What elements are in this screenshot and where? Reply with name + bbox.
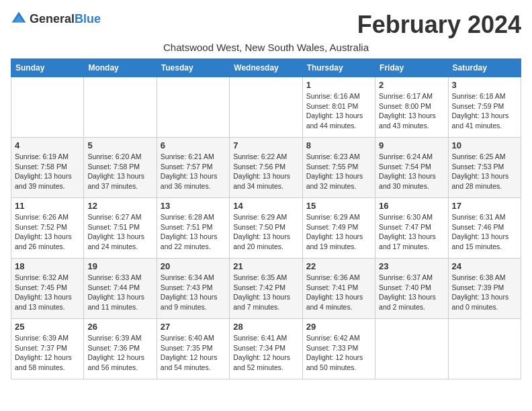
day-number: 25 xyxy=(15,322,80,332)
weekday-header: Thursday xyxy=(302,59,375,77)
calendar-cell xyxy=(375,319,448,379)
calendar-week-row: 1Sunrise: 6:16 AM Sunset: 8:01 PM Daylig… xyxy=(11,77,521,138)
calendar-cell: 18Sunrise: 6:32 AM Sunset: 7:45 PM Dayli… xyxy=(11,259,84,319)
calendar-cell xyxy=(11,77,84,138)
calendar-cell: 8Sunrise: 6:23 AM Sunset: 7:55 PM Daylig… xyxy=(302,138,375,198)
calendar-cell: 23Sunrise: 6:37 AM Sunset: 7:40 PM Dayli… xyxy=(375,259,448,319)
day-number: 27 xyxy=(161,322,226,332)
day-number: 6 xyxy=(161,140,226,150)
day-info: Sunrise: 6:39 AM Sunset: 7:36 PM Dayligh… xyxy=(87,333,152,373)
calendar-cell: 5Sunrise: 6:20 AM Sunset: 7:58 PM Daylig… xyxy=(84,138,157,198)
calendar-cell: 7Sunrise: 6:22 AM Sunset: 7:56 PM Daylig… xyxy=(230,138,302,198)
day-number: 23 xyxy=(379,261,444,271)
day-info: Sunrise: 6:26 AM Sunset: 7:52 PM Dayligh… xyxy=(15,212,80,252)
day-info: Sunrise: 6:35 AM Sunset: 7:42 PM Dayligh… xyxy=(233,273,298,312)
calendar-cell: 28Sunrise: 6:41 AM Sunset: 7:34 PM Dayli… xyxy=(230,319,302,379)
month-title: February 2024 xyxy=(357,11,521,39)
calendar-cell: 27Sunrise: 6:40 AM Sunset: 7:35 PM Dayli… xyxy=(157,319,229,379)
calendar-cell: 2Sunrise: 6:17 AM Sunset: 8:00 PM Daylig… xyxy=(375,77,448,138)
day-info: Sunrise: 6:31 AM Sunset: 7:46 PM Dayligh… xyxy=(452,212,517,252)
calendar-cell: 3Sunrise: 6:18 AM Sunset: 7:59 PM Daylig… xyxy=(448,77,521,138)
day-info: Sunrise: 6:32 AM Sunset: 7:45 PM Dayligh… xyxy=(15,273,80,312)
day-info: Sunrise: 6:17 AM Sunset: 8:00 PM Dayligh… xyxy=(379,91,444,131)
day-number: 19 xyxy=(87,261,152,271)
calendar-cell xyxy=(230,77,302,138)
day-number: 3 xyxy=(452,80,517,90)
day-info: Sunrise: 6:23 AM Sunset: 7:55 PM Dayligh… xyxy=(306,152,371,191)
day-info: Sunrise: 6:42 AM Sunset: 7:33 PM Dayligh… xyxy=(306,333,371,373)
calendar-cell: 25Sunrise: 6:39 AM Sunset: 7:37 PM Dayli… xyxy=(11,319,84,379)
calendar-cell: 9Sunrise: 6:24 AM Sunset: 7:54 PM Daylig… xyxy=(375,138,448,198)
day-number: 13 xyxy=(161,201,226,211)
day-info: Sunrise: 6:19 AM Sunset: 7:58 PM Dayligh… xyxy=(15,152,80,191)
calendar-table: SundayMondayTuesdayWednesdayThursdayFrid… xyxy=(11,58,521,379)
calendar-cell: 16Sunrise: 6:30 AM Sunset: 7:47 PM Dayli… xyxy=(375,198,448,259)
day-info: Sunrise: 6:18 AM Sunset: 7:59 PM Dayligh… xyxy=(452,91,517,131)
calendar-cell: 20Sunrise: 6:34 AM Sunset: 7:43 PM Dayli… xyxy=(157,259,229,319)
day-number: 5 xyxy=(87,140,152,150)
day-number: 9 xyxy=(379,140,444,150)
calendar-cell: 15Sunrise: 6:29 AM Sunset: 7:49 PM Dayli… xyxy=(302,198,375,259)
day-info: Sunrise: 6:41 AM Sunset: 7:34 PM Dayligh… xyxy=(233,333,298,373)
weekday-header: Saturday xyxy=(448,59,521,77)
day-info: Sunrise: 6:22 AM Sunset: 7:56 PM Dayligh… xyxy=(233,152,298,191)
calendar-cell: 14Sunrise: 6:29 AM Sunset: 7:50 PM Dayli… xyxy=(230,198,302,259)
day-info: Sunrise: 6:36 AM Sunset: 7:41 PM Dayligh… xyxy=(306,273,371,312)
calendar-cell: 24Sunrise: 6:38 AM Sunset: 7:39 PM Dayli… xyxy=(448,259,521,319)
calendar-cell: 21Sunrise: 6:35 AM Sunset: 7:42 PM Dayli… xyxy=(230,259,302,319)
day-number: 28 xyxy=(233,322,298,332)
calendar-cell: 26Sunrise: 6:39 AM Sunset: 7:36 PM Dayli… xyxy=(84,319,157,379)
calendar-week-row: 11Sunrise: 6:26 AM Sunset: 7:52 PM Dayli… xyxy=(11,198,521,259)
day-number: 29 xyxy=(306,322,371,332)
calendar-cell: 13Sunrise: 6:28 AM Sunset: 7:51 PM Dayli… xyxy=(157,198,229,259)
calendar-cell: 6Sunrise: 6:21 AM Sunset: 7:57 PM Daylig… xyxy=(157,138,229,198)
weekday-header: Monday xyxy=(84,59,157,77)
calendar-week-row: 18Sunrise: 6:32 AM Sunset: 7:45 PM Dayli… xyxy=(11,259,521,319)
day-info: Sunrise: 6:30 AM Sunset: 7:47 PM Dayligh… xyxy=(379,212,444,252)
calendar-week-row: 4Sunrise: 6:19 AM Sunset: 7:58 PM Daylig… xyxy=(11,138,521,198)
day-number: 20 xyxy=(161,261,226,271)
day-number: 17 xyxy=(452,201,517,211)
day-info: Sunrise: 6:40 AM Sunset: 7:35 PM Dayligh… xyxy=(161,333,226,373)
day-info: Sunrise: 6:20 AM Sunset: 7:58 PM Dayligh… xyxy=(87,152,152,191)
day-number: 18 xyxy=(15,261,80,271)
day-info: Sunrise: 6:24 AM Sunset: 7:54 PM Dayligh… xyxy=(379,152,444,191)
day-number: 4 xyxy=(15,140,80,150)
calendar-week-row: 25Sunrise: 6:39 AM Sunset: 7:37 PM Dayli… xyxy=(11,319,521,379)
day-info: Sunrise: 6:37 AM Sunset: 7:40 PM Dayligh… xyxy=(379,273,444,312)
logo: GeneralBlue xyxy=(11,11,101,27)
day-info: Sunrise: 6:21 AM Sunset: 7:57 PM Dayligh… xyxy=(161,152,226,191)
day-number: 2 xyxy=(379,80,444,90)
day-info: Sunrise: 6:34 AM Sunset: 7:43 PM Dayligh… xyxy=(161,273,226,312)
calendar-cell: 22Sunrise: 6:36 AM Sunset: 7:41 PM Dayli… xyxy=(302,259,375,319)
day-number: 7 xyxy=(233,140,298,150)
calendar-cell: 29Sunrise: 6:42 AM Sunset: 7:33 PM Dayli… xyxy=(302,319,375,379)
weekday-header: Friday xyxy=(375,59,448,77)
day-info: Sunrise: 6:29 AM Sunset: 7:49 PM Dayligh… xyxy=(306,212,371,252)
calendar-cell: 12Sunrise: 6:27 AM Sunset: 7:51 PM Dayli… xyxy=(84,198,157,259)
calendar-cell xyxy=(84,77,157,138)
day-number: 14 xyxy=(233,201,298,211)
day-number: 26 xyxy=(87,322,152,332)
logo-icon xyxy=(11,11,27,27)
location-title: Chatswood West, New South Wales, Austral… xyxy=(11,42,521,53)
day-number: 8 xyxy=(306,140,371,150)
weekday-header: Wednesday xyxy=(230,59,302,77)
day-number: 22 xyxy=(306,261,371,271)
day-info: Sunrise: 6:16 AM Sunset: 8:01 PM Dayligh… xyxy=(306,91,371,131)
day-info: Sunrise: 6:33 AM Sunset: 7:44 PM Dayligh… xyxy=(87,273,152,312)
weekday-header: Sunday xyxy=(11,59,84,77)
day-info: Sunrise: 6:29 AM Sunset: 7:50 PM Dayligh… xyxy=(233,212,298,252)
day-info: Sunrise: 6:38 AM Sunset: 7:39 PM Dayligh… xyxy=(452,273,517,312)
calendar-cell: 1Sunrise: 6:16 AM Sunset: 8:01 PM Daylig… xyxy=(302,77,375,138)
day-number: 21 xyxy=(233,261,298,271)
calendar-cell: 11Sunrise: 6:26 AM Sunset: 7:52 PM Dayli… xyxy=(11,198,84,259)
day-number: 1 xyxy=(306,80,371,90)
calendar-cell xyxy=(448,319,521,379)
day-number: 24 xyxy=(452,261,517,271)
calendar-cell: 4Sunrise: 6:19 AM Sunset: 7:58 PM Daylig… xyxy=(11,138,84,198)
day-number: 10 xyxy=(452,140,517,150)
logo-text: GeneralBlue xyxy=(30,12,101,26)
page-header: GeneralBlue February 2024 xyxy=(11,11,521,39)
calendar-cell: 10Sunrise: 6:25 AM Sunset: 7:53 PM Dayli… xyxy=(448,138,521,198)
